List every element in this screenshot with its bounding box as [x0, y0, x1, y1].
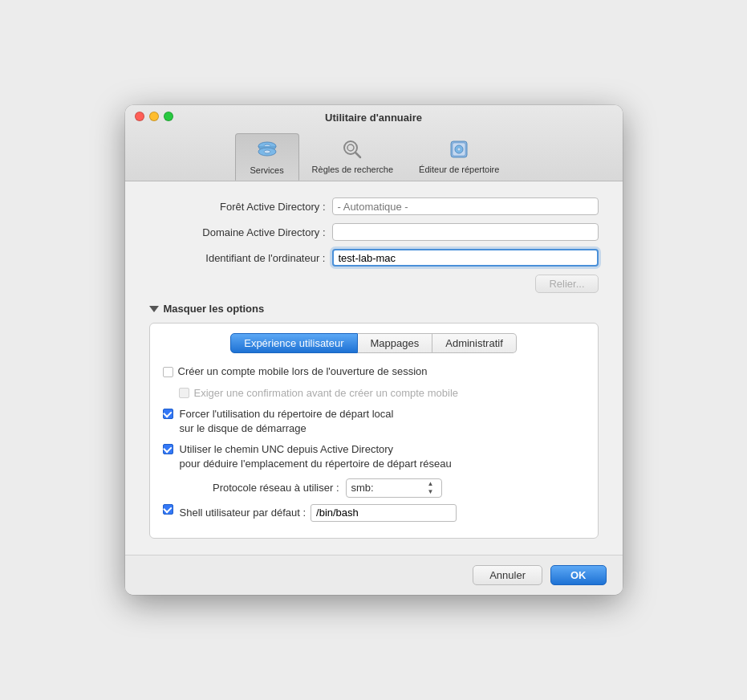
confirm-mobile-checkbox[interactable] — [179, 388, 189, 398]
options-box: Expérience utilisateur Mappages Administ… — [149, 323, 599, 538]
disclosure-triangle[interactable] — [149, 306, 159, 312]
option-mobile-account: Créer un compte mobile lors de l'ouvertu… — [163, 364, 585, 379]
force-local-checkbox[interactable] — [163, 409, 173, 419]
option-confirm-mobile: Exiger une confirmation avant de créer u… — [163, 386, 585, 401]
protocol-value: smb: — [351, 482, 422, 494]
option-unc-path: Utiliser le chemin UNC depuis Active Dir… — [163, 442, 585, 471]
cancel-button[interactable]: Annuler — [473, 565, 542, 585]
stepper-down[interactable]: ▼ — [425, 488, 436, 496]
ok-button[interactable]: OK — [550, 565, 607, 585]
footer: Annuler OK — [125, 555, 623, 595]
domain-row: Domaine Active Directory : — [149, 223, 599, 241]
stepper-up[interactable]: ▲ — [425, 480, 436, 488]
relier-row: Relier... — [149, 275, 599, 293]
relier-button[interactable]: Relier... — [535, 275, 598, 293]
shell-label: Shell utilisateur par défaut : — [180, 507, 307, 519]
tab-user-experience[interactable]: Expérience utilisateur — [230, 333, 357, 353]
svg-point-10 — [457, 148, 461, 151]
confirm-mobile-label: Exiger une confirmation avant de créer u… — [194, 386, 459, 401]
main-window: Utilitaire d'annuaire Services — [125, 105, 623, 594]
forest-row: Forêt Active Directory : — [149, 197, 599, 215]
tab-administrative[interactable]: Administratif — [432, 333, 517, 353]
force-local-label-line1: Forcer l'utilisation du répertoire de dé… — [180, 407, 394, 421]
option-force-local: Forcer l'utilisation du répertoire de dé… — [163, 407, 585, 436]
computer-id-label: Identifiant de l'ordinateur : — [149, 252, 326, 264]
toolbar-item-search-rules[interactable]: Règles de recherche — [299, 133, 407, 181]
unc-path-label-line1: Utiliser le chemin UNC depuis Active Dir… — [180, 442, 452, 457]
domain-label: Domaine Active Directory : — [149, 226, 326, 238]
forest-input[interactable] — [332, 197, 599, 215]
computer-id-input[interactable] — [332, 249, 599, 267]
search-rules-label: Règles de recherche — [312, 165, 394, 174]
directory-editor-label: Éditeur de répertoire — [419, 165, 499, 174]
protocol-select[interactable]: smb: ▲ ▼ — [346, 478, 442, 498]
option-shell: Shell utilisateur par défaut : — [163, 504, 585, 522]
confirm-mobile-wrapper: Exiger une confirmation avant de créer u… — [179, 386, 459, 401]
options-tabs: Expérience utilisateur Mappages Administ… — [163, 333, 585, 353]
tab-mappings[interactable]: Mappages — [358, 333, 433, 353]
directory-editor-icon — [446, 136, 472, 162]
services-icon — [254, 137, 280, 163]
search-rules-icon — [339, 136, 365, 162]
options-section-header: Masquer les options — [149, 303, 599, 315]
unc-path-checkbox[interactable] — [163, 444, 173, 454]
shell-row: Shell utilisateur par défaut : — [180, 504, 457, 522]
mobile-account-checkbox[interactable] — [163, 367, 173, 377]
services-label: Services — [250, 165, 284, 175]
toolbar: Services Règles de recherche — [235, 130, 513, 181]
toolbar-item-directory-editor[interactable]: Éditeur de répertoire — [406, 133, 512, 181]
svg-point-3 — [264, 150, 270, 153]
domain-input[interactable] — [332, 223, 599, 241]
force-local-label-line2: sur le disque de démarrage — [180, 421, 394, 436]
shell-input[interactable] — [311, 504, 457, 522]
mobile-account-label: Créer un compte mobile lors de l'ouvertu… — [178, 364, 428, 379]
window-title: Utilitaire d'annuaire — [135, 112, 613, 124]
titlebar: Utilitaire d'annuaire Services — [125, 105, 623, 181]
unc-path-label-line2: pour déduire l'emplacement du répertoire… — [180, 457, 452, 471]
svg-point-6 — [347, 144, 354, 151]
force-local-label-group: Forcer l'utilisation du répertoire de dé… — [180, 407, 394, 436]
protocol-label: Protocole réseau à utiliser : — [179, 482, 339, 494]
shell-checkbox[interactable] — [163, 504, 173, 515]
protocol-stepper[interactable]: ▲ ▼ — [425, 480, 436, 496]
forest-label: Forêt Active Directory : — [149, 201, 326, 213]
mobile-account-wrapper: Créer un compte mobile lors de l'ouvertu… — [163, 364, 428, 379]
options-section-title: Masquer les options — [164, 303, 265, 315]
toolbar-item-services[interactable]: Services — [235, 133, 299, 181]
content-area: Forêt Active Directory : Domaine Active … — [125, 181, 623, 554]
computer-id-row: Identifiant de l'ordinateur : — [149, 249, 599, 267]
protocol-row: Protocole réseau à utiliser : smb: ▲ ▼ — [179, 478, 585, 498]
svg-line-5 — [355, 153, 360, 157]
unc-path-label-group: Utiliser le chemin UNC depuis Active Dir… — [180, 442, 452, 471]
